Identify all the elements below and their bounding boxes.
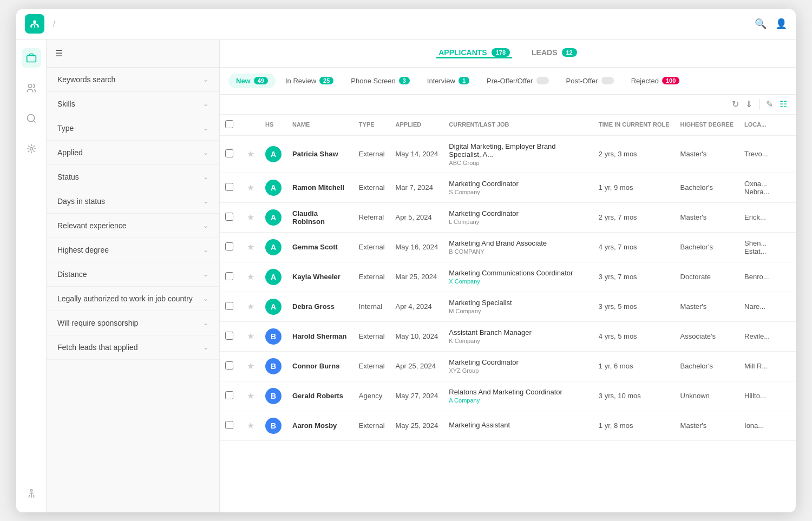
- star-icon[interactable]: ★: [247, 272, 254, 281]
- row-checkbox-cell[interactable]: [220, 262, 241, 292]
- col-header-5[interactable]: APPLIED: [390, 115, 444, 135]
- filter-item-will-require-sponsorship[interactable]: Will require sponsorship⌄: [47, 311, 219, 335]
- row-name[interactable]: Aaron Mosby: [287, 411, 353, 440]
- star-icon[interactable]: ★: [247, 183, 254, 192]
- row-star-cell[interactable]: ★: [241, 232, 260, 262]
- row-checkbox-cell[interactable]: [220, 173, 241, 202]
- edit-columns-icon[interactable]: ✎: [766, 99, 773, 109]
- nav-network-icon[interactable]: [22, 139, 41, 159]
- filter-item-distance[interactable]: Distance⌄: [47, 262, 219, 287]
- filter-item-status[interactable]: Status⌄: [47, 165, 219, 189]
- star-icon[interactable]: ★: [247, 242, 254, 252]
- row-checkbox-cell[interactable]: [220, 411, 241, 440]
- row-name[interactable]: Ramon Mitchell: [287, 173, 353, 202]
- stage-btn-interview[interactable]: Interview 1: [420, 74, 477, 88]
- nav-jobs-icon[interactable]: [22, 48, 41, 68]
- stage-btn-phone-screen[interactable]: Phone Screen 3: [343, 74, 417, 88]
- filter-item-applied[interactable]: Applied⌄: [47, 141, 219, 165]
- row-applied: May 10, 2024: [390, 321, 444, 351]
- filter-item-highest-degree[interactable]: Highest degree⌄: [47, 238, 219, 262]
- star-icon[interactable]: ★: [247, 421, 254, 430]
- row-name[interactable]: Gerald Roberts: [287, 381, 353, 411]
- col-header-3[interactable]: NAME: [287, 115, 353, 135]
- row-checkbox-cell[interactable]: [220, 135, 241, 173]
- col-header-4[interactable]: TYPE: [353, 115, 390, 135]
- row-name[interactable]: Patricia Shaw: [287, 135, 353, 173]
- row-type: Agency: [353, 381, 390, 411]
- row-checkbox-1[interactable]: [225, 183, 233, 191]
- grade-badge: A: [265, 180, 281, 196]
- row-star-cell[interactable]: ★: [241, 321, 260, 351]
- user-profile-icon[interactable]: 👤: [775, 18, 787, 30]
- col-header-7[interactable]: TIME IN CURRENT ROLE: [593, 115, 675, 135]
- row-checkbox-cell[interactable]: [220, 232, 241, 262]
- row-location: Hillto...: [739, 381, 796, 411]
- row-star-cell[interactable]: ★: [241, 173, 260, 202]
- filter-item-days-in-status[interactable]: Days in status⌄: [47, 189, 219, 214]
- row-name[interactable]: Gemma Scott: [287, 232, 353, 262]
- nav-search-icon[interactable]: [22, 109, 41, 128]
- nav-people-icon[interactable]: [22, 78, 41, 98]
- stage-btn-in-review[interactable]: In Review 25: [278, 74, 341, 88]
- row-star-cell[interactable]: ★: [241, 292, 260, 321]
- grid-view-icon[interactable]: ☷: [780, 99, 787, 109]
- row-checkbox-cell[interactable]: [220, 321, 241, 351]
- row-time-in-role: 4 yrs, 5 mos: [593, 321, 675, 351]
- star-icon[interactable]: ★: [247, 213, 254, 222]
- tab-leads[interactable]: LEADS12: [529, 48, 579, 58]
- row-name[interactable]: Claudia Robinson: [287, 202, 353, 232]
- row-checkbox-cell[interactable]: [220, 202, 241, 232]
- filter-item-relevant-experience[interactable]: Relevant experience⌄: [47, 214, 219, 238]
- filter-item-keywords-search[interactable]: Keywords search⌄: [47, 68, 219, 92]
- row-checkbox-cell[interactable]: [220, 351, 241, 381]
- row-checkbox-0[interactable]: [225, 149, 233, 157]
- row-checkbox-9[interactable]: [225, 421, 233, 429]
- accessibility-icon[interactable]: [22, 484, 41, 504]
- star-icon[interactable]: ★: [247, 149, 254, 159]
- row-checkbox-cell[interactable]: [220, 381, 241, 411]
- row-checkbox-5[interactable]: [225, 302, 233, 310]
- svg-rect-4: [27, 55, 36, 62]
- row-checkbox-2[interactable]: [225, 213, 233, 221]
- row-name[interactable]: Kayla Wheeler: [287, 262, 353, 292]
- filter-icon: ☰: [55, 48, 63, 58]
- row-checkbox-8[interactable]: [225, 391, 233, 399]
- row-name[interactable]: Harold Sherman: [287, 321, 353, 351]
- tab-applicants[interactable]: APPLICANTS178: [436, 48, 512, 58]
- download-icon[interactable]: ⇓: [745, 99, 752, 109]
- select-all-checkbox[interactable]: [225, 120, 233, 128]
- row-name[interactable]: Connor Burns: [287, 351, 353, 381]
- row-checkbox-3[interactable]: [225, 242, 233, 250]
- star-icon[interactable]: ★: [247, 332, 254, 341]
- col-header-6[interactable]: CURRENT/LAST JOB: [443, 115, 593, 135]
- row-name[interactable]: Debra Gross: [287, 292, 353, 321]
- search-icon[interactable]: 🔍: [755, 18, 767, 30]
- stage-btn-rejected[interactable]: Rejected 100: [624, 74, 687, 88]
- stage-btn-new[interactable]: New 49: [228, 74, 276, 88]
- star-icon[interactable]: ★: [247, 391, 254, 400]
- star-icon[interactable]: ★: [247, 302, 254, 311]
- col-header-8[interactable]: HIGHEST DEGREE: [675, 115, 739, 135]
- row-location: Revile...: [739, 321, 796, 351]
- col-header-9[interactable]: LOCA...: [739, 115, 796, 135]
- filter-item-legally-authorized-to-work-in-job-country[interactable]: Legally authorized to work in job countr…: [47, 287, 219, 311]
- filter-item-skills[interactable]: Skills⌄: [47, 92, 219, 116]
- stage-btn-pre-offeroffer[interactable]: Pre-Offer/Offer: [479, 74, 556, 88]
- row-star-cell[interactable]: ★: [241, 351, 260, 381]
- filter-item-fetch-leads-that-applied[interactable]: Fetch leads that applied⌄: [47, 335, 219, 360]
- row-checkbox-6[interactable]: [225, 332, 233, 340]
- col-header-2[interactable]: HS: [260, 115, 287, 135]
- refresh-icon[interactable]: ↻: [732, 99, 739, 109]
- row-type: Internal: [353, 292, 390, 321]
- stage-btn-post-offer[interactable]: Post-Offer: [559, 74, 621, 88]
- row-star-cell[interactable]: ★: [241, 262, 260, 292]
- row-checkbox-4[interactable]: [225, 272, 233, 280]
- filter-item-type[interactable]: Type⌄: [47, 116, 219, 141]
- row-star-cell[interactable]: ★: [241, 202, 260, 232]
- star-icon[interactable]: ★: [247, 361, 254, 371]
- row-star-cell[interactable]: ★: [241, 381, 260, 411]
- row-checkbox-cell[interactable]: [220, 292, 241, 321]
- row-star-cell[interactable]: ★: [241, 135, 260, 173]
- row-star-cell[interactable]: ★: [241, 411, 260, 440]
- row-checkbox-7[interactable]: [225, 361, 233, 370]
